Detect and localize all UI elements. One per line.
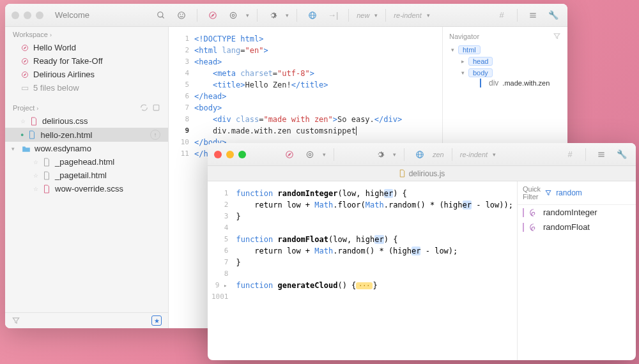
- minimize-button[interactable]: [24, 11, 31, 19]
- secondary-window: ▾ ▾ zen re-indent ▾ # 🔧 delirious.js 1 2…: [208, 143, 636, 360]
- reindent-menu[interactable]: re-indent: [394, 11, 421, 19]
- favorites-icon[interactable]: ★: [151, 315, 162, 326]
- sidebar-item-wow-override[interactable]: ☆ wow-override.scss: [5, 182, 168, 195]
- svg-point-7: [231, 12, 236, 18]
- zen-label: zen: [433, 151, 444, 158]
- upload-icon[interactable]: ↑: [150, 130, 160, 140]
- list-icon[interactable]: [525, 8, 541, 23]
- folder-icon: [22, 144, 31, 153]
- nav-body[interactable]: ▾ body: [449, 67, 561, 79]
- quick-filter-row: Quick Filter ✕: [518, 181, 636, 205]
- symbol-randomFloat[interactable]: randomFloat: [518, 220, 636, 234]
- line-gutter: 1234567891011: [169, 27, 194, 328]
- svg-marker-6: [212, 14, 214, 17]
- arrow-right-icon[interactable]: →|: [325, 8, 341, 23]
- globe-icon[interactable]: [305, 8, 320, 23]
- chevron-down-icon: ▾: [459, 70, 466, 76]
- quick-filter-label: Quick Filter: [523, 185, 541, 201]
- secondary-editor[interactable]: 1 2 3 4 5 6 7 8 9 ▸ 1001 function random…: [208, 181, 517, 360]
- chevron-right-icon: ▸: [459, 58, 466, 64]
- sidebar-item-hello-zen[interactable]: ● hello-zen.html ↑: [5, 128, 168, 142]
- reindent-menu[interactable]: re-indent: [460, 151, 488, 158]
- chevron-down-icon[interactable]: ▾: [286, 12, 289, 19]
- navigator-header: Navigator: [449, 32, 561, 40]
- chevron-down-icon[interactable]: ▾: [374, 12, 378, 19]
- svg-marker-20: [24, 73, 26, 75]
- html-file-icon: [42, 158, 51, 167]
- sidebar-item-delirious-css[interactable]: ☆ delirious.css: [5, 114, 168, 128]
- svg-point-0: [158, 11, 163, 17]
- quick-filter-input[interactable]: [556, 188, 636, 197]
- sidebar: Workspace › Hello World Ready for Take-O…: [5, 27, 169, 328]
- tab-bar[interactable]: delirious.js: [208, 166, 636, 181]
- hash-icon[interactable]: #: [494, 8, 509, 23]
- css-file-icon: [29, 117, 38, 126]
- svg-marker-23: [288, 153, 291, 156]
- zoom-button[interactable]: [36, 11, 43, 19]
- sync-icon[interactable]: [140, 103, 148, 112]
- minimize-button[interactable]: [226, 151, 234, 158]
- chevron-down-icon[interactable]: ▾: [493, 151, 496, 158]
- symbol-randomInteger[interactable]: randomInteger: [518, 205, 636, 220]
- svg-point-3: [180, 13, 181, 14]
- gear-icon[interactable]: [265, 8, 281, 23]
- svg-marker-18: [24, 60, 26, 62]
- tab-filename: delirious.js: [409, 169, 445, 178]
- svg-rect-21: [153, 105, 159, 110]
- fold-indicator[interactable]: ···: [356, 282, 373, 289]
- smile-icon[interactable]: [174, 8, 189, 23]
- function-icon: [529, 223, 538, 232]
- window-controls: [214, 151, 246, 158]
- workspace-header[interactable]: Workspace ›: [5, 27, 168, 41]
- sidebar-item-delirious-airlines[interactable]: Delirious Airlines: [5, 68, 168, 81]
- compass-icon[interactable]: [205, 8, 220, 23]
- wrench-icon[interactable]: 🔧: [614, 147, 629, 162]
- list-icon[interactable]: [594, 147, 609, 162]
- sidebar-item-files-below[interactable]: ▭ 5 files below: [5, 81, 168, 95]
- target-icon[interactable]: [302, 147, 318, 162]
- svg-point-24: [307, 151, 312, 157]
- new-menu[interactable]: new: [357, 11, 369, 19]
- target-icon[interactable]: [226, 8, 241, 23]
- chevron-down-icon[interactable]: ▾: [393, 151, 396, 158]
- project-header[interactable]: Project ›: [5, 100, 168, 114]
- sidebar-item-pagetail[interactable]: ☆ _pagetail.html: [5, 169, 168, 182]
- svg-point-4: [183, 13, 183, 14]
- close-button[interactable]: [12, 11, 19, 19]
- fold-arrow-icon[interactable]: ▸: [224, 282, 228, 289]
- function-icon: [529, 208, 538, 217]
- scss-file-icon: [42, 185, 51, 193]
- compass-icon[interactable]: [282, 147, 297, 162]
- html-file-icon: [27, 130, 36, 139]
- sidebar-footer: ★: [5, 312, 168, 328]
- chevron-down-icon[interactable]: ▾: [323, 151, 326, 158]
- html-file-icon: [42, 171, 51, 180]
- sidebar-item-wow-folder[interactable]: ▾ wow.esdynamo: [5, 142, 168, 155]
- filter-icon[interactable]: [553, 32, 561, 40]
- sidebar-item-ready[interactable]: Ready for Take-Off: [5, 54, 168, 68]
- chevron-down-icon[interactable]: ▾: [427, 12, 430, 19]
- line-gutter: 1 2 3 4 5 6 7 8 9 ▸ 1001: [208, 181, 231, 360]
- quick-filter-panel: Quick Filter ✕ randomInteger randomFloat: [517, 181, 636, 360]
- zoom-button[interactable]: [238, 151, 246, 158]
- nav-div[interactable]: div .made.with.zen: [449, 79, 561, 87]
- filter-icon[interactable]: [12, 316, 20, 325]
- code-content[interactable]: function randomInteger(low, higher) { re…: [231, 181, 517, 360]
- chevron-down-icon[interactable]: ▾: [246, 12, 249, 19]
- stack-icon: ▭: [20, 84, 29, 93]
- sidebar-item-hello-world[interactable]: Hello World: [5, 41, 168, 54]
- secondary-titlebar: ▾ ▾ zen re-indent ▾ # 🔧: [208, 143, 636, 166]
- wrench-icon[interactable]: 🔧: [546, 8, 561, 23]
- js-file-icon: [399, 169, 406, 178]
- globe-icon[interactable]: [412, 147, 427, 162]
- nav-html[interactable]: ▾ html: [449, 44, 561, 56]
- sidebar-item-pagehead[interactable]: ☆ _pagehead.html: [5, 155, 168, 169]
- close-button[interactable]: [214, 151, 222, 158]
- hash-icon[interactable]: #: [562, 147, 578, 162]
- nav-head[interactable]: ▸ head: [449, 56, 561, 67]
- settings-icon[interactable]: [152, 103, 160, 112]
- search-icon[interactable]: [153, 8, 169, 23]
- chevron-down-icon: ▾: [12, 146, 18, 152]
- gear-icon[interactable]: [373, 147, 388, 162]
- compass-icon: [20, 70, 29, 79]
